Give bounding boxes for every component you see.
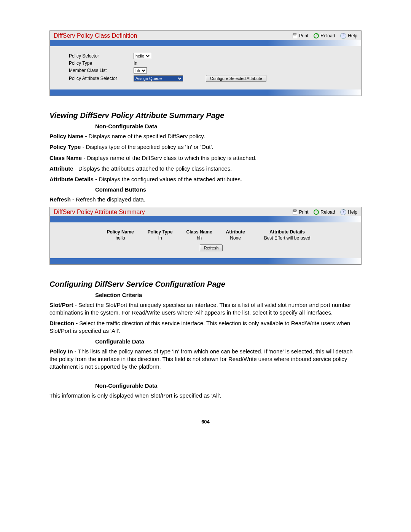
- print-icon: [292, 209, 298, 215]
- col-policy-name: Policy Name: [100, 229, 140, 235]
- divider: [50, 89, 361, 96]
- table-header-row: Policy Name Policy Type Class Name Attri…: [100, 229, 322, 235]
- policy-name-desc: Policy Name - Displays name of the speci…: [49, 133, 362, 140]
- policy-type-label: Policy Type: [69, 61, 134, 66]
- class-name-desc: Class Name - Displays name of the DiffSe…: [49, 154, 362, 162]
- policy-selector-label: Policy Selector: [69, 53, 134, 59]
- divider: [50, 216, 361, 222]
- configure-selected-attribute-button[interactable]: Configure Selected Attribute: [206, 75, 266, 82]
- refresh-desc: Refresh - Refresh the displayed data.: [49, 196, 362, 203]
- help-icon: [340, 209, 346, 215]
- table-row: hello In hh None Best Effort will be use…: [100, 235, 322, 243]
- policy-type-desc: Policy Type - Displays type of the speci…: [49, 143, 362, 151]
- reload-link[interactable]: Reload: [314, 209, 335, 215]
- page-number: 604: [49, 419, 362, 425]
- cell-policy-name: hello: [100, 235, 140, 243]
- policy-selector-dropdown[interactable]: hello: [134, 53, 151, 59]
- cell-class-name: hh: [180, 235, 219, 243]
- divider: [50, 258, 361, 264]
- non-configurable-data-heading-2: Non-Configurable Data: [95, 382, 362, 389]
- help-link[interactable]: Help: [340, 209, 357, 215]
- panel1-title: DiffServ Policy Class Definition: [54, 32, 287, 39]
- attribute-details-desc: Attribute Details - Displays the configu…: [49, 176, 362, 183]
- policy-type-value: In: [134, 61, 137, 66]
- print-link[interactable]: Print: [292, 33, 309, 38]
- panel2-title: DiffServ Policy Attribute Summary: [54, 209, 287, 216]
- policy-attribute-selector-dropdown[interactable]: Assign Queue: [134, 75, 183, 81]
- non-configurable-data-heading: Non-Configurable Data: [95, 123, 362, 129]
- attribute-desc: Attribute - Displays the attributes atta…: [49, 165, 362, 173]
- print-link[interactable]: Print: [292, 209, 309, 215]
- direction-desc: Direction - Select the traffic direction…: [49, 320, 362, 335]
- col-class-name: Class Name: [180, 229, 219, 235]
- refresh-button[interactable]: Refresh: [200, 244, 223, 251]
- ncd2-text: This information is only displayed when …: [49, 392, 362, 399]
- print-icon: [292, 33, 298, 38]
- diffserv-policy-attribute-summary-panel: DiffServ Policy Attribute Summary Print …: [49, 207, 362, 265]
- col-policy-type: Policy Type: [141, 229, 180, 235]
- col-attribute: Attribute: [219, 229, 252, 235]
- cell-attribute-details: Best Effort will be used: [252, 235, 323, 243]
- help-link[interactable]: Help: [340, 33, 357, 39]
- reload-icon: [314, 33, 319, 38]
- divider: [50, 40, 361, 46]
- policy-in-desc: Policy In - This lists all the policy na…: [49, 348, 362, 371]
- diffserv-policy-class-definition-panel: DiffServ Policy Class Definition Print R…: [49, 30, 362, 96]
- col-attribute-details: Attribute Details: [252, 229, 323, 235]
- command-buttons-heading: Command Buttons: [95, 186, 362, 193]
- reload-link[interactable]: Reload: [314, 33, 335, 38]
- member-class-list-dropdown[interactable]: hh: [134, 67, 147, 73]
- selection-criteria-heading: Selection Criteria: [95, 292, 362, 298]
- cell-attribute: None: [219, 235, 252, 243]
- help-icon: [340, 33, 346, 39]
- policy-attribute-selector-label: Policy Attribute Selector: [69, 76, 134, 81]
- configurable-data-heading: Configurable Data: [95, 338, 362, 345]
- member-class-list-label: Member Class List: [69, 68, 134, 73]
- section-heading-configuring-service: Configuring DiffServ Service Configurati…: [49, 280, 362, 289]
- section-heading-viewing-summary: Viewing DiffServ Policy Attribute Summar…: [49, 111, 362, 120]
- reload-icon: [314, 209, 319, 215]
- cell-policy-type: In: [141, 235, 180, 243]
- slot-port-desc: Slot/Port - Select the Slot/Port that un…: [49, 301, 362, 317]
- summary-table: Policy Name Policy Type Class Name Attri…: [100, 229, 322, 243]
